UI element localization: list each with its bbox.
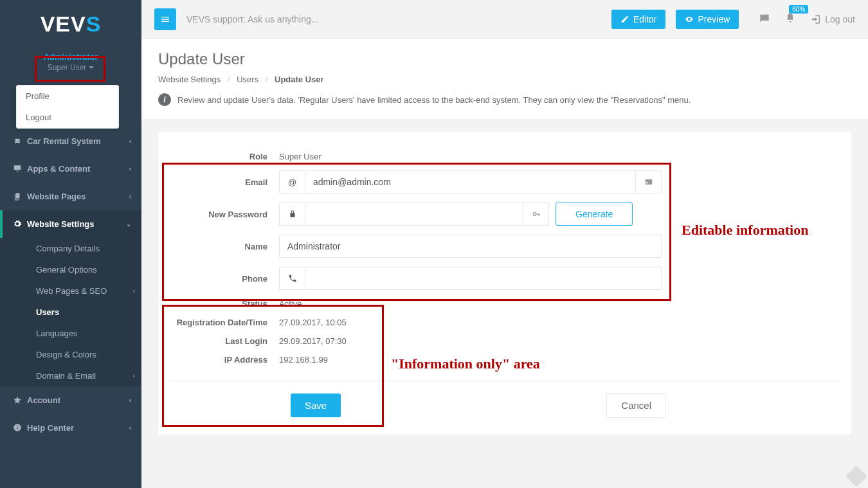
label-role: Role <box>170 152 279 161</box>
progress-badge: 60% <box>789 5 808 14</box>
breadcrumb-current: Update User <box>275 75 324 84</box>
label-registration-dt: Registration Date/Time <box>170 318 279 327</box>
brand-part-2: S <box>86 12 102 37</box>
label-name: Name <box>170 242 279 251</box>
breadcrumb-website-settings[interactable]: Website Settings <box>158 75 221 84</box>
chevron-left-icon: ‹ <box>129 165 131 172</box>
nav-apps-content[interactable]: Apps & Content ‹ <box>0 155 141 183</box>
page-help: i Review and update User's data. 'Regula… <box>158 93 851 106</box>
desktop-icon <box>13 164 27 173</box>
editor-button[interactable]: Editor <box>611 10 666 29</box>
nav-car-rental[interactable]: Car Rental System ‹ <box>0 127 141 155</box>
copy-icon <box>13 192 27 201</box>
breadcrumb: Website Settings / Users / Update User <box>158 75 851 84</box>
user-dropdown: Profile Logout <box>16 85 119 129</box>
star-icon <box>13 395 27 404</box>
label-ip: IP Address <box>170 355 279 365</box>
label-email: Email <box>170 177 279 187</box>
value-registration-dt: 27.09.2017, 10:05 <box>279 318 347 327</box>
form-panel: Role Super User Email @ <box>158 132 851 435</box>
chevron-down-icon: ⌄ <box>126 221 131 228</box>
email-field[interactable] <box>305 171 635 193</box>
vcard-icon[interactable] <box>635 171 661 193</box>
new-password-field[interactable] <box>305 203 523 225</box>
info-icon <box>13 423 27 432</box>
subnav-general-options[interactable]: General Options <box>0 259 141 280</box>
breadcrumb-users[interactable]: Users <box>237 75 258 84</box>
label-phone: Phone <box>170 274 279 284</box>
current-user-name: Administrator <box>0 52 141 62</box>
messages-icon[interactable] <box>759 13 770 26</box>
cogs-icon <box>13 219 27 228</box>
sidebar: VEVS Administrator Super User Profile Lo… <box>0 0 141 488</box>
at-icon: @ <box>280 171 305 193</box>
chevron-left-icon: ‹ <box>129 138 131 145</box>
value-role: Super User <box>279 152 321 161</box>
nav-website-settings-sub: Company Details General Options Web Page… <box>0 238 141 386</box>
notifications-icon[interactable]: 60% <box>785 13 795 26</box>
brand-logo: VEVS <box>0 0 141 48</box>
label-last-login: Last Login <box>170 336 279 346</box>
logout-link[interactable]: Log out <box>811 14 855 24</box>
current-user-role-toggle[interactable]: Super User <box>48 63 95 72</box>
user-menu-profile[interactable]: Profile <box>17 86 118 107</box>
info-icon: i <box>158 93 171 106</box>
support-prompt[interactable]: VEVS support: Ask us anything... <box>186 14 601 24</box>
nav-account[interactable]: Account ‹ <box>0 386 141 414</box>
main-nav: Car Rental System ‹ Apps & Content ‹ Web… <box>0 127 141 442</box>
nav-website-settings[interactable]: Website Settings ⌄ <box>0 210 141 238</box>
chevron-left-icon: ‹ <box>133 287 135 294</box>
nav-help-center[interactable]: Help Center ‹ <box>0 414 141 442</box>
preview-button[interactable]: Preview <box>676 10 739 29</box>
save-button[interactable]: Save <box>291 393 341 417</box>
generate-button[interactable]: Generate <box>556 203 633 226</box>
svg-point-0 <box>533 213 536 216</box>
page-help-text: Review and update User's data. 'Regular … <box>177 95 691 105</box>
sidebar-toggle-button[interactable] <box>154 8 176 30</box>
topbar: VEVS support: Ask us anything... Editor … <box>141 0 868 39</box>
name-field[interactable] <box>279 235 662 258</box>
sign-out-icon <box>811 14 821 24</box>
page-title: Update User <box>158 50 851 68</box>
value-ip: 192.168.1.99 <box>279 355 328 365</box>
key-icon[interactable] <box>523 203 548 225</box>
subnav-languages[interactable]: Languages <box>0 323 141 344</box>
divider <box>170 381 840 381</box>
user-block[interactable]: Administrator Super User <box>0 48 141 77</box>
lock-icon <box>280 203 305 225</box>
chevron-left-icon: ‹ <box>129 397 131 404</box>
subnav-domain-email[interactable]: Domain & Email‹ <box>0 365 141 386</box>
chevron-left-icon: ‹ <box>133 372 135 379</box>
page-header: Update User Website Settings / Users / U… <box>141 39 868 119</box>
chevron-left-icon: ‹ <box>129 193 131 200</box>
bars-icon <box>160 14 170 24</box>
eye-icon <box>685 15 694 24</box>
chevron-left-icon: ‹ <box>129 424 131 431</box>
value-status: Active <box>279 299 302 309</box>
car-icon <box>13 136 27 145</box>
caret-down-icon <box>89 66 94 69</box>
phone-field[interactable] <box>305 267 661 289</box>
subnav-design-colors[interactable]: Design & Colors <box>0 344 141 365</box>
phone-icon <box>280 267 305 289</box>
pencil-icon <box>620 15 629 24</box>
label-new-password: New Password <box>170 210 279 219</box>
subnav-company-details[interactable]: Company Details <box>0 238 141 259</box>
value-last-login: 29.09.2017, 07:30 <box>279 336 347 346</box>
brand-part-1: VEV <box>41 12 86 37</box>
nav-website-pages[interactable]: Website Pages ‹ <box>0 183 141 210</box>
subnav-users[interactable]: Users <box>0 302 141 323</box>
label-status: Status <box>170 299 279 309</box>
user-menu-logout[interactable]: Logout <box>17 107 118 128</box>
main: VEVS support: Ask us anything... Editor … <box>141 0 868 488</box>
cancel-button[interactable]: Cancel <box>606 393 666 418</box>
subnav-web-pages-seo[interactable]: Web Pages & SEO‹ <box>0 280 141 302</box>
